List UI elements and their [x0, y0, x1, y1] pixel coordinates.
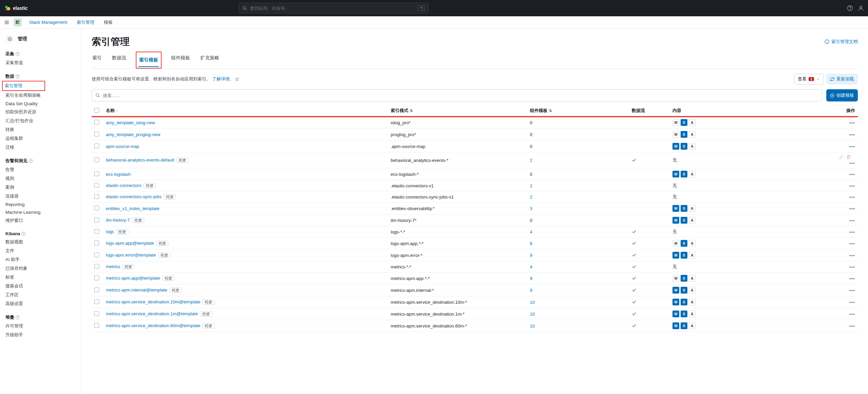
- row-checkbox[interactable]: [94, 287, 99, 292]
- row-actions-menu[interactable]: •••: [849, 120, 855, 125]
- sidebar-item[interactable]: 维护窗口: [3, 216, 78, 225]
- template-name-link[interactable]: entities_v1_index_template: [106, 206, 160, 211]
- row-actions-menu[interactable]: •••: [849, 144, 855, 149]
- sidebar-item[interactable]: 拍取快照并还原: [3, 108, 78, 116]
- component-count-link[interactable]: 10: [530, 323, 535, 329]
- row-actions-menu[interactable]: •••: [849, 288, 855, 293]
- row-actions-menu[interactable]: •••: [849, 241, 855, 246]
- sidebar-item[interactable]: 索引生命周期策略: [3, 91, 78, 100]
- component-count-link[interactable]: 2: [530, 158, 532, 163]
- template-name-link[interactable]: metrics-apm.service_destination.1m@templ…: [106, 311, 198, 316]
- sidebar-item[interactable]: 告警: [3, 165, 78, 174]
- component-count-link[interactable]: 10: [530, 300, 535, 305]
- sidebar-item[interactable]: 迁移: [3, 143, 78, 152]
- component-count-link[interactable]: 2: [530, 194, 532, 200]
- component-count-link[interactable]: 4: [530, 229, 532, 234]
- view-selector[interactable]: 查看 1: [794, 74, 824, 85]
- sidebar-item[interactable]: 索引管理: [3, 81, 43, 90]
- row-checkbox[interactable]: [94, 206, 99, 210]
- sidebar-item[interactable]: 搜索会话: [3, 282, 78, 290]
- template-name-link[interactable]: metrics: [106, 264, 120, 269]
- sidebar-item[interactable]: 高级设置: [3, 299, 78, 308]
- component-count-link[interactable]: 8: [530, 241, 532, 246]
- row-checkbox[interactable]: [94, 194, 99, 199]
- space-chip[interactable]: 默: [14, 18, 22, 26]
- row-checkbox[interactable]: [94, 241, 99, 245]
- row-checkbox[interactable]: [94, 157, 99, 162]
- row-actions-menu[interactable]: •••: [849, 218, 855, 223]
- filter-search[interactable]: [92, 89, 822, 101]
- row-actions-menu[interactable]: •••: [849, 206, 855, 211]
- col-pattern[interactable]: 索引模式⇅: [388, 105, 527, 117]
- row-actions-menu[interactable]: •••: [849, 161, 855, 166]
- component-count-link[interactable]: 2: [530, 183, 532, 188]
- edit-icon[interactable]: [839, 155, 844, 160]
- sidebar-item[interactable]: 已保存对象: [3, 264, 78, 273]
- tab[interactable]: 索引模板: [138, 54, 159, 67]
- select-all-checkbox[interactable]: [94, 108, 99, 113]
- delete-icon[interactable]: [846, 155, 851, 160]
- row-actions-menu[interactable]: •••: [849, 323, 855, 329]
- row-checkbox[interactable]: [94, 120, 99, 125]
- learn-more-link[interactable]: 了解详情。: [212, 76, 239, 81]
- row-checkbox[interactable]: [94, 144, 99, 148]
- row-actions-menu[interactable]: •••: [849, 300, 855, 305]
- template-name-link[interactable]: metrics-apm.service_destination.10m@temp…: [106, 299, 200, 304]
- template-name-link[interactable]: elastic-connectors-sync-jobs: [106, 194, 162, 199]
- sidebar-item[interactable]: 采集管道: [3, 58, 78, 67]
- row-actions-menu[interactable]: •••: [849, 312, 855, 317]
- sidebar-item[interactable]: 转换: [3, 125, 78, 134]
- row-checkbox[interactable]: [94, 229, 99, 234]
- template-name-link[interactable]: amy_template_proglog-new: [106, 132, 160, 137]
- component-count-link[interactable]: 9: [530, 276, 532, 281]
- tab[interactable]: 组件模板: [170, 52, 191, 69]
- component-count-link[interactable]: 10: [530, 312, 535, 317]
- bc-stack-mgmt[interactable]: Stack Management: [24, 18, 72, 26]
- row-checkbox[interactable]: [94, 183, 99, 188]
- row-checkbox[interactable]: [94, 132, 99, 136]
- sidebar-item[interactable]: Reporting: [3, 201, 78, 208]
- row-checkbox[interactable]: [94, 323, 99, 328]
- row-checkbox[interactable]: [94, 264, 99, 269]
- component-count-link[interactable]: 9: [530, 253, 532, 258]
- row-actions-menu[interactable]: •••: [849, 183, 855, 188]
- template-name-link[interactable]: metrics-apm.app@template: [106, 276, 160, 281]
- row-actions-menu[interactable]: •••: [849, 132, 855, 137]
- sidebar-item[interactable]: Data Set Quality: [3, 100, 78, 108]
- row-checkbox[interactable]: [94, 218, 99, 222]
- row-checkbox[interactable]: [94, 276, 99, 280]
- template-name-link[interactable]: amy_template_iolog-new: [106, 120, 155, 125]
- row-actions-menu[interactable]: •••: [849, 194, 855, 200]
- row-actions-menu[interactable]: •••: [849, 253, 855, 258]
- template-name-link[interactable]: metrics-apm.internal@template: [106, 287, 167, 293]
- create-template-button[interactable]: 创建模板: [826, 89, 858, 101]
- brand-logo[interactable]: elastic: [4, 5, 28, 12]
- component-count-link[interactable]: 3: [530, 206, 532, 211]
- sidebar-item[interactable]: 文件: [3, 246, 78, 255]
- sidebar-item[interactable]: AI 助手: [3, 255, 78, 264]
- sidebar-item[interactable]: Machine Learning: [3, 208, 78, 216]
- row-actions-menu[interactable]: •••: [849, 264, 855, 269]
- template-name-link[interactable]: ecs-logstash: [106, 172, 131, 177]
- row-actions-menu[interactable]: •••: [849, 229, 855, 234]
- template-name-link[interactable]: metrics-apm.service_destination.60m@temp…: [106, 323, 200, 328]
- sidebar-item[interactable]: 升级助手: [3, 331, 78, 339]
- row-checkbox[interactable]: [94, 171, 99, 176]
- user-icon[interactable]: [858, 5, 864, 11]
- row-checkbox[interactable]: [94, 311, 99, 316]
- filter-search-input[interactable]: [103, 93, 818, 98]
- template-name-link[interactable]: ilm-history-7: [106, 218, 130, 223]
- docs-link[interactable]: 索引管理文档: [825, 39, 858, 45]
- row-checkbox[interactable]: [94, 299, 99, 304]
- reload-button[interactable]: 重新加载: [826, 74, 858, 85]
- sidebar-item[interactable]: 许可管理: [3, 322, 78, 331]
- col-name[interactable]: 名称↑: [103, 105, 388, 117]
- component-count-link[interactable]: 9: [530, 288, 532, 293]
- sidebar-item[interactable]: 数据视图: [3, 238, 78, 246]
- template-name-link[interactable]: behavioral-analytics-events-default: [106, 157, 174, 163]
- help-icon[interactable]: [847, 5, 853, 11]
- sidebar-item[interactable]: 汇总/打包作业: [3, 116, 78, 125]
- template-name-link[interactable]: elastic-connectors: [106, 183, 142, 188]
- col-component[interactable]: 组件模板⇅: [527, 105, 629, 117]
- row-checkbox[interactable]: [94, 252, 99, 257]
